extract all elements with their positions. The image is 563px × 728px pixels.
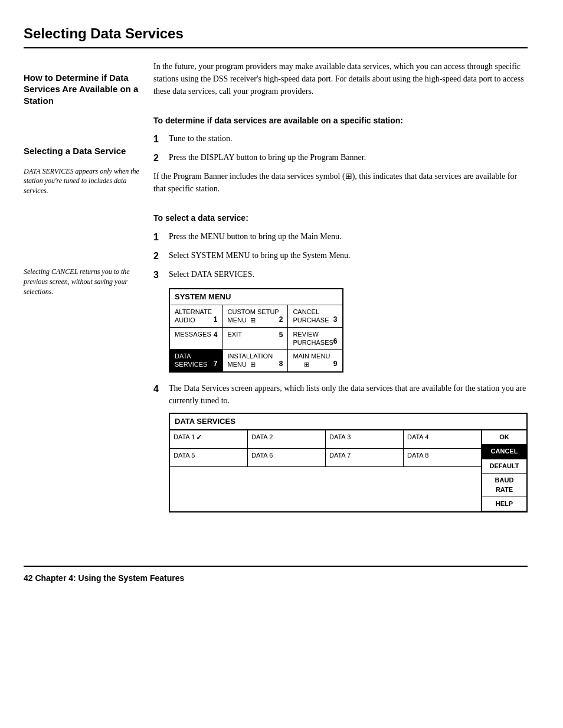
step-item: 2 Press the DISPLAY button to bring up t… xyxy=(153,151,528,165)
menu-cell-data-services: DATASERVICES 7 xyxy=(169,350,222,372)
right-column: In the future, your program providers ma… xyxy=(153,60,528,531)
ok-button[interactable]: OK xyxy=(482,430,526,445)
data-cell-label: DATA 8 xyxy=(407,451,428,460)
data-services-title: DATA SERVICES xyxy=(170,414,526,430)
menu-cell-num: 3 xyxy=(333,315,338,325)
data-cell-label: DATA 2 xyxy=(251,433,273,442)
menu-cell-main-menu: MAIN MENU ⊞ 9 xyxy=(288,350,343,372)
data-cell-empty xyxy=(170,467,481,497)
menu-cell-num: 4 xyxy=(214,330,218,340)
data-row: DATA 1 ✓ DATA 2 DATA 3 DATA 4 xyxy=(170,430,481,449)
section2-steps: 1 Press the MENU button to bring up the … xyxy=(153,230,528,282)
step-number-3: 3 xyxy=(153,268,163,282)
section2-bold-heading: To select a data service: xyxy=(153,213,528,224)
data-cell-label: DATA 5 xyxy=(174,451,195,460)
checkmark-icon: ✓ xyxy=(196,433,202,443)
menu-cell-text: ALTERNATEAUDIO xyxy=(175,308,212,325)
default-button[interactable]: DEFAULT xyxy=(482,459,526,474)
data-buttons-area: OK CANCEL DEFAULT BAUD RATE HELP xyxy=(482,430,526,511)
section1-left-heading: How to Determine if Data Services Are Av… xyxy=(24,72,142,107)
data-cell-3[interactable]: DATA 3 xyxy=(326,430,404,448)
cancel-button[interactable]: CANCEL xyxy=(482,445,526,459)
data-cell-8[interactable]: DATA 8 xyxy=(404,449,481,466)
menu-cell-num: 5 xyxy=(279,330,283,340)
step-text-4: The Data Services screen appears, which … xyxy=(169,382,528,407)
section2: To select a data service: 1 Press the ME… xyxy=(153,213,528,512)
menu-row: MESSAGES 4 EXIT 5 REVIEWPURCHASES xyxy=(169,327,343,350)
menu-cell-text: EXIT xyxy=(228,330,242,338)
step-text-2: Press the DISPLAY button to bring up the… xyxy=(169,151,528,165)
menu-cell-text: MESSAGES xyxy=(175,330,211,338)
data-cells-area: DATA 1 ✓ DATA 2 DATA 3 DATA 4 xyxy=(170,430,482,511)
intro-text: In the future, your program providers ma… xyxy=(153,60,528,97)
step-text-1: Tune to the station. xyxy=(169,132,528,146)
data-cell-label: DATA 7 xyxy=(329,451,351,460)
left-column: How to Determine if Data Services Are Av… xyxy=(24,60,142,531)
menu-header-row: SYSTEM MENU xyxy=(169,289,343,305)
menu-cell-text: CUSTOM SETUPMENU ⊞ xyxy=(228,308,279,325)
menu-cell-review-purchases: REVIEWPURCHASES 6 xyxy=(288,327,343,350)
step-number-1: 1 xyxy=(153,132,163,146)
data-services-body: DATA 1 ✓ DATA 2 DATA 3 DATA 4 xyxy=(170,430,526,511)
data-row: DATA 5 DATA 6 DATA 7 DATA 8 xyxy=(170,449,481,467)
data-cell-7[interactable]: DATA 7 xyxy=(326,449,404,466)
data-cell-label: DATA 3 xyxy=(329,433,351,442)
step-number-1: 1 xyxy=(153,230,163,244)
menu-cell-num: 6 xyxy=(333,337,338,347)
step-item: 3 Select DATA SERVICES. xyxy=(153,268,528,282)
chapter-footer-text: 42 Chapter 4: Using the System Features xyxy=(24,573,184,585)
menu-cell-alternate-audio: ALTERNATEAUDIO 1 xyxy=(169,305,222,327)
menu-cell-cancel-purchase: CANCELPURCHASE 3 xyxy=(288,305,343,327)
data-cell-5[interactable]: DATA 5 xyxy=(170,449,248,466)
step-number-4: 4 xyxy=(153,382,163,407)
data-cell-label: DATA 6 xyxy=(251,451,273,460)
step-item: 2 Select SYSTEM MENU to bring up the Sys… xyxy=(153,249,528,263)
menu-cell-text: MAIN MENU ⊞ xyxy=(293,352,330,369)
data-cell-1[interactable]: DATA 1 ✓ xyxy=(170,430,248,448)
section1-bold-heading: To determine if data services are availa… xyxy=(153,115,528,127)
step-number-2: 2 xyxy=(153,249,163,263)
data-cell-4[interactable]: DATA 4 xyxy=(404,430,481,448)
menu-row: ALTERNATEAUDIO 1 CUSTOM SETUPMENU ⊞ 2 CA… xyxy=(169,305,343,327)
data-cell-6[interactable]: DATA 6 xyxy=(248,449,326,466)
step-item: 1 Tune to the station. xyxy=(153,132,528,146)
data-cell-label: DATA 1 xyxy=(174,433,195,442)
menu-cell-num: 7 xyxy=(214,359,218,369)
menu-cell-num: 8 xyxy=(279,359,283,369)
menu-cell-num: 1 xyxy=(214,315,218,325)
menu-cell-text: REVIEWPURCHASES xyxy=(293,330,333,347)
section2-left-heading: Selecting a Data Service xyxy=(24,145,142,157)
section1-note: If the Program Banner includes the data … xyxy=(153,170,528,195)
baud-rate-button[interactable]: BAUD RATE xyxy=(482,474,526,497)
step4-item: 4 The Data Services screen appears, whic… xyxy=(153,382,528,407)
menu-cell-text: INSTALLATIONMENU ⊞ xyxy=(228,352,273,369)
help-button[interactable]: HELP xyxy=(482,497,526,511)
step-text-2: Select SYSTEM MENU to bring up the Syste… xyxy=(169,249,528,263)
section2-left-note2: Selecting CANCEL returns you to the prev… xyxy=(24,267,142,296)
menu-cell-num: 9 xyxy=(333,359,338,369)
section1-steps: 1 Tune to the station. 2 Press the DISPL… xyxy=(153,132,528,165)
menu-cell-messages: MESSAGES 4 xyxy=(169,327,222,350)
data-services-table: DATA SERVICES DATA 1 ✓ DATA 2 xyxy=(169,413,528,513)
page-title: Selecting Data Services xyxy=(24,24,528,48)
menu-row: DATASERVICES 7 INSTALLATIONMENU ⊞ 8 MAIN… xyxy=(169,350,343,372)
section2-left-note: DATA SERVICES appears only when the stat… xyxy=(24,167,142,196)
chapter-footer: 42 Chapter 4: Using the System Features xyxy=(24,566,528,585)
step-text-3: Select DATA SERVICES. xyxy=(169,268,528,282)
data-cell-label: DATA 4 xyxy=(407,433,428,442)
menu-cell-text: CANCELPURCHASE xyxy=(293,308,329,325)
section1: To determine if data services are availa… xyxy=(153,115,528,195)
menu-cell-installation: INSTALLATIONMENU ⊞ 8 xyxy=(222,350,288,372)
data-empty-row xyxy=(170,467,481,497)
step-number-2: 2 xyxy=(153,151,163,165)
step-text-1: Press the MENU button to bring up the Ma… xyxy=(169,230,528,244)
menu-cell-custom-setup: CUSTOM SETUPMENU ⊞ 2 xyxy=(222,305,288,327)
menu-cell-exit: EXIT 5 xyxy=(222,327,288,350)
step-item: 1 Press the MENU button to bring up the … xyxy=(153,230,528,244)
menu-cell-num: 2 xyxy=(279,315,283,325)
menu-cell-text: DATASERVICES xyxy=(175,352,207,369)
system-menu-table: SYSTEM MENU ALTERNATEAUDIO 1 CUSTOM SETU… xyxy=(169,288,343,373)
data-cell-2[interactable]: DATA 2 xyxy=(248,430,326,448)
system-menu-title: SYSTEM MENU xyxy=(169,289,343,305)
